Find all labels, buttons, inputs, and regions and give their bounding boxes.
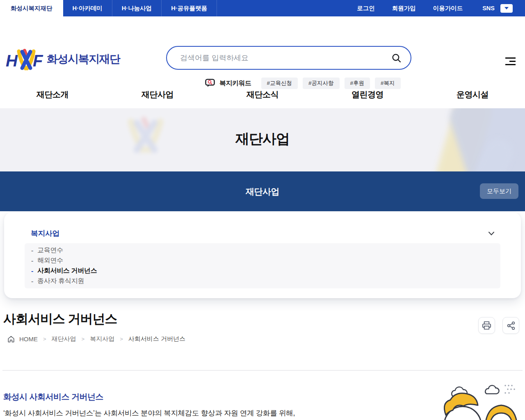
nav-item-projects[interactable]: 재단사업 [105,82,210,107]
breadcrumb-separator: > [82,336,85,342]
logo-text: 화성시복지재단 [47,52,120,66]
submenu-item-label: 교육연수 [37,246,63,255]
breadcrumb-home[interactable]: HOME [19,336,38,342]
topbar-tab-sharing[interactable]: H·나눔사업 [112,0,162,16]
view-all-button[interactable]: 모두보기 [480,183,518,199]
section-divider [2,370,523,371]
breadcrumb-welfare[interactable]: 복지사업 [90,335,114,343]
submenu-collapse-button[interactable] [488,232,494,235]
logo[interactable]: H F 화성시복지재단 [6,48,120,71]
svg-text:H: H [6,52,18,70]
submenu-item-education[interactable]: - 교육연수 [31,245,494,256]
nav-item-facilities[interactable]: 운영시설 [420,82,525,107]
topbar-tab-academy[interactable]: H·아카데미 [63,0,112,16]
section-bar-title: 재단사업 [246,186,279,197]
menu-hamburger-icon[interactable] [505,57,516,65]
page-head: 사회서비스 거버넌스 [3,310,522,343]
breadcrumb-separator: > [43,336,46,342]
search-input[interactable] [179,53,391,63]
print-button[interactable] [478,317,495,334]
topbar: 화성시복지재단 H·아카데미 H·나눔사업 H·공유플랫폼 로그인 회원가입 이… [0,0,525,16]
tool-buttons [478,317,519,334]
printer-icon [482,321,491,330]
keyword-tag-notice[interactable]: #공지사항 [303,78,340,89]
keyword-label: 복지키워드 [219,79,251,88]
hwf-logo-icon: H F [6,48,45,71]
topbar-tab-main[interactable]: 화성시복지재단 [0,0,63,16]
keyword-tag-welfare[interactable]: #복지 [375,78,401,89]
topbar-tabs: 화성시복지재단 H·아카데미 H·나눔사업 H·공유플랫폼 [0,0,217,16]
keyword-tag-education[interactable]: #교육신청 [261,78,298,89]
keyword-bar: 복지키워드 #교육신청 #공지사항 #후원 #복지 [205,78,406,89]
section-bar: 재단사업 모두보기 [0,171,525,211]
submenu-category[interactable]: 복지사업 [31,228,59,238]
hero-banner: 재단사업 [0,108,525,171]
breadcrumb-separator: > [120,336,123,342]
people-illustration [439,381,525,420]
keyword-bubble-icon [205,79,215,88]
nav-item-about[interactable]: 재단소개 [0,82,105,107]
submenu-bullet: - [31,247,33,254]
submenu-list: - 교육연수 - 해외연수 - 사회서비스 거버넌스 - 종사자 휴식지원 [25,243,500,288]
submenu-bullet: - [31,257,33,265]
caret-down-icon [504,7,509,10]
breadcrumb-projects[interactable]: 재단사업 [52,335,76,343]
topbar-tab-platform[interactable]: H·공유플랫폼 [162,0,217,16]
sns-label: SNS [482,5,495,11]
search-bar [166,46,411,70]
page: 화성시복지재단 H·아카데미 H·나눔사업 H·공유플랫폼 로그인 회원가입 이… [0,0,525,420]
share-button[interactable] [502,317,519,334]
breadcrumb-current: 사회서비스 거버넌스 [128,335,185,343]
home-icon[interactable] [7,336,15,343]
signup-link[interactable]: 회원가입 [392,5,416,12]
sns-wrap: SNS [482,4,513,13]
submenu-item-overseas[interactable]: - 해외연수 [31,256,494,266]
page-title: 사회서비스 거버넌스 [3,310,522,328]
topbar-links: 로그인 회원가입 이용가이드 SNS [340,0,525,16]
login-link[interactable]: 로그인 [357,5,375,12]
submenu-item-label: 종사자 휴식지원 [37,277,84,285]
submenu-item-governance[interactable]: - 사회서비스 거버넌스 [31,266,494,276]
submenu-bullet: - [31,267,33,275]
submenu-item-rest-support[interactable]: - 종사자 휴식지원 [31,276,494,286]
submenu-bullet: - [31,278,33,285]
submenu-card-head: 복지사업 [31,228,494,238]
chevron-down-icon [488,232,494,235]
breadcrumb: HOME > 재단사업 > 복지사업 > 사회서비스 거버넌스 [7,335,518,343]
sns-dropdown-button[interactable] [500,4,513,13]
header: H F 화성시복지재단 [0,16,525,82]
keyword-tag-donation[interactable]: #후원 [345,78,370,89]
submenu-item-label: 해외연수 [37,256,63,265]
share-icon [507,321,516,330]
search-button[interactable] [391,53,402,63]
svg-text:F: F [33,52,43,70]
submenu-item-label: 사회서비스 거버넌스 [37,267,97,275]
hero-title: 재단사업 [0,108,525,148]
submenu-card: 복지사업 - 교육연수 - 해외연수 - 사회서비스 거버넌스 - [4,212,521,298]
guide-link[interactable]: 이용가이드 [433,5,463,12]
search-icon [391,53,402,63]
